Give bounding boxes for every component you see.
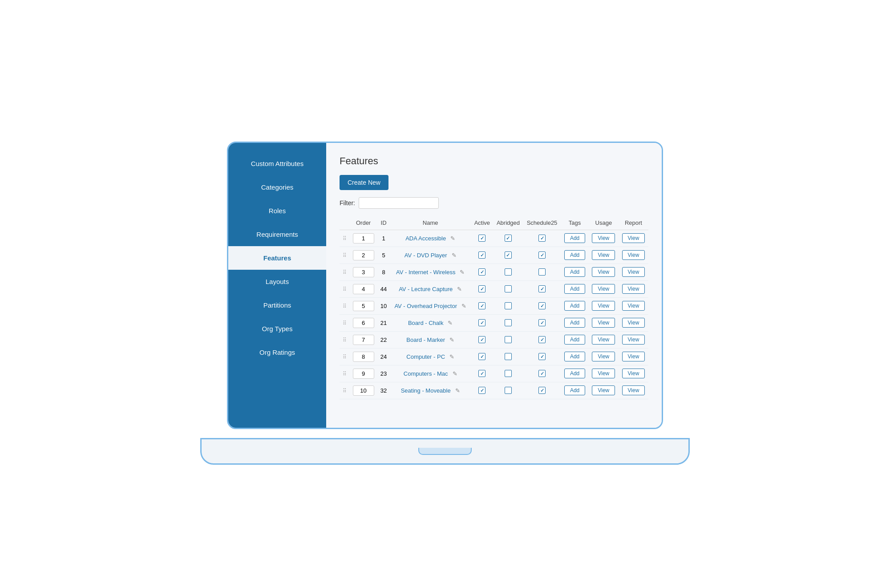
- feature-name-link[interactable]: AV - Lecture Capture: [399, 286, 453, 292]
- col-name: Name: [390, 216, 471, 230]
- report-view-button[interactable]: View: [622, 301, 645, 311]
- usage-view-button[interactable]: View: [592, 385, 615, 395]
- order-input[interactable]: [353, 369, 374, 379]
- order-input[interactable]: [353, 385, 374, 396]
- edit-icon[interactable]: ✎: [457, 286, 462, 292]
- main-content: Features Create New Filter: Order ID Nam…: [326, 143, 662, 428]
- feature-id: 24: [377, 348, 390, 365]
- tags-add-button[interactable]: Add: [564, 233, 585, 243]
- tags-add-button[interactable]: Add: [564, 352, 585, 361]
- drag-handle[interactable]: ⠿: [343, 235, 347, 242]
- report-view-button[interactable]: View: [622, 335, 645, 345]
- drag-handle[interactable]: ⠿: [343, 320, 347, 326]
- usage-view-button[interactable]: View: [592, 267, 615, 277]
- sidebar-item-partitions[interactable]: Partitions: [228, 293, 326, 317]
- usage-view-button[interactable]: View: [592, 250, 615, 260]
- tags-add-button[interactable]: Add: [564, 250, 585, 260]
- drag-handle[interactable]: ⠿: [343, 354, 347, 360]
- feature-name-link[interactable]: ADA Accessible: [405, 235, 446, 242]
- usage-view-button[interactable]: View: [592, 284, 615, 294]
- col-tags: Tags: [561, 216, 588, 230]
- sidebar-item-roles[interactable]: Roles: [228, 199, 326, 223]
- filter-label: Filter:: [340, 199, 355, 207]
- feature-name-link[interactable]: AV - Overhead Projector: [394, 303, 457, 309]
- order-input[interactable]: [353, 352, 374, 362]
- drag-handle[interactable]: ⠿: [343, 371, 347, 377]
- drag-handle[interactable]: ⠿: [343, 286, 347, 292]
- sidebar-item-custom-attributes[interactable]: Custom Attributes: [228, 152, 326, 175]
- feature-id: 44: [377, 280, 390, 297]
- drag-handle[interactable]: ⠿: [343, 269, 347, 276]
- col-id: ID: [377, 216, 390, 230]
- order-input[interactable]: [353, 301, 374, 311]
- sidebar-item-org-ratings[interactable]: Org Ratings: [228, 341, 326, 364]
- tags-add-button[interactable]: Add: [564, 284, 585, 294]
- feature-id: 22: [377, 331, 390, 348]
- tags-add-button[interactable]: Add: [564, 318, 585, 328]
- order-input[interactable]: [353, 284, 374, 294]
- edit-icon[interactable]: ✎: [460, 269, 465, 276]
- edit-icon[interactable]: ✎: [453, 370, 457, 377]
- col-report: Report: [619, 216, 648, 230]
- sidebar-item-categories[interactable]: Categories: [228, 175, 326, 199]
- feature-name-link[interactable]: Seating - Moveable: [401, 387, 451, 394]
- table-row: ⠿23Computers - Mac✎AddViewView: [340, 365, 648, 382]
- feature-name-link[interactable]: Board - Marker: [406, 337, 445, 343]
- drag-handle[interactable]: ⠿: [343, 303, 347, 309]
- tags-add-button[interactable]: Add: [564, 385, 585, 395]
- col-order: Order: [349, 216, 377, 230]
- report-view-button[interactable]: View: [622, 233, 645, 243]
- table-row: ⠿24Computer - PC✎AddViewView: [340, 348, 648, 365]
- usage-view-button[interactable]: View: [592, 352, 615, 361]
- edit-icon[interactable]: ✎: [461, 303, 466, 309]
- order-input[interactable]: [353, 233, 374, 243]
- edit-icon[interactable]: ✎: [450, 235, 455, 242]
- tags-add-button[interactable]: Add: [564, 267, 585, 277]
- edit-icon[interactable]: ✎: [449, 353, 454, 360]
- report-view-button[interactable]: View: [622, 284, 645, 294]
- usage-view-button[interactable]: View: [592, 369, 615, 378]
- feature-id: 5: [377, 247, 390, 264]
- usage-view-button[interactable]: View: [592, 233, 615, 243]
- report-view-button[interactable]: View: [622, 250, 645, 260]
- edit-icon[interactable]: ✎: [455, 387, 460, 394]
- filter-input[interactable]: [359, 197, 439, 209]
- usage-view-button[interactable]: View: [592, 318, 615, 328]
- feature-name-link[interactable]: Computers - Mac: [404, 370, 448, 377]
- order-input[interactable]: [353, 335, 374, 345]
- drag-handle[interactable]: ⠿: [343, 337, 347, 343]
- usage-view-button[interactable]: View: [592, 301, 615, 311]
- table-row: ⠿44AV - Lecture Capture✎AddViewView: [340, 280, 648, 297]
- order-input[interactable]: [353, 267, 374, 277]
- sidebar-item-org-types[interactable]: Org Types: [228, 317, 326, 341]
- order-input[interactable]: [353, 318, 374, 328]
- sidebar-item-requirements[interactable]: Requirements: [228, 223, 326, 246]
- report-view-button[interactable]: View: [622, 385, 645, 395]
- drag-handle[interactable]: ⠿: [343, 388, 347, 394]
- feature-name-link[interactable]: AV - Internet - Wireless: [396, 269, 455, 276]
- feature-name-link[interactable]: Computer - PC: [406, 353, 445, 360]
- sidebar-item-features[interactable]: Features: [228, 246, 326, 270]
- feature-id: 21: [377, 314, 390, 331]
- feature-name-link[interactable]: AV - DVD Player: [405, 252, 447, 259]
- order-input[interactable]: [353, 250, 374, 260]
- table-row: ⠿8AV - Internet - Wireless✎AddViewView: [340, 264, 648, 280]
- report-view-button[interactable]: View: [622, 267, 645, 277]
- sidebar-item-layouts[interactable]: Layouts: [228, 270, 326, 293]
- edit-icon[interactable]: ✎: [448, 320, 453, 326]
- report-view-button[interactable]: View: [622, 318, 645, 328]
- create-new-button[interactable]: Create New: [340, 175, 388, 190]
- feature-id: 8: [377, 264, 390, 280]
- tags-add-button[interactable]: Add: [564, 369, 585, 378]
- feature-id: 32: [377, 382, 390, 399]
- report-view-button[interactable]: View: [622, 352, 645, 361]
- tags-add-button[interactable]: Add: [564, 301, 585, 311]
- feature-name-link[interactable]: Board - Chalk: [408, 320, 443, 326]
- table-row: ⠿32Seating - Moveable✎AddViewView: [340, 382, 648, 399]
- edit-icon[interactable]: ✎: [449, 337, 454, 343]
- edit-icon[interactable]: ✎: [452, 252, 457, 259]
- drag-handle[interactable]: ⠿: [343, 252, 347, 259]
- usage-view-button[interactable]: View: [592, 335, 615, 345]
- tags-add-button[interactable]: Add: [564, 335, 585, 345]
- report-view-button[interactable]: View: [622, 369, 645, 378]
